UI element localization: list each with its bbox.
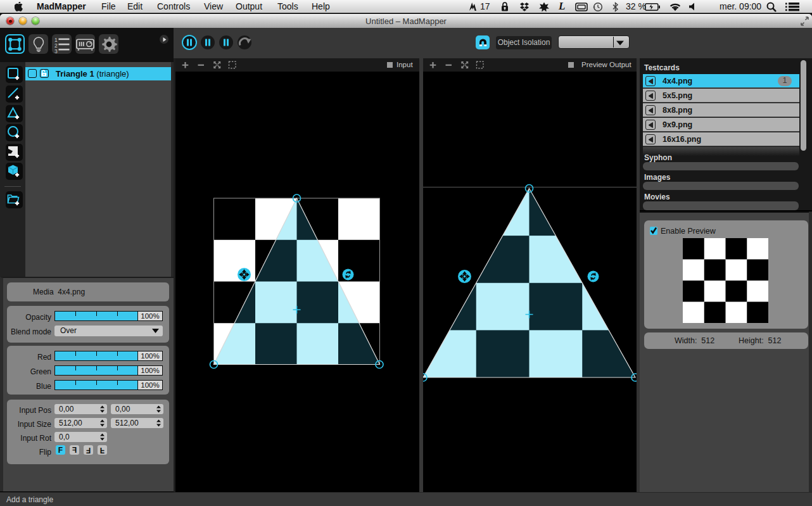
svg-text:3: 3 [54, 47, 58, 54]
